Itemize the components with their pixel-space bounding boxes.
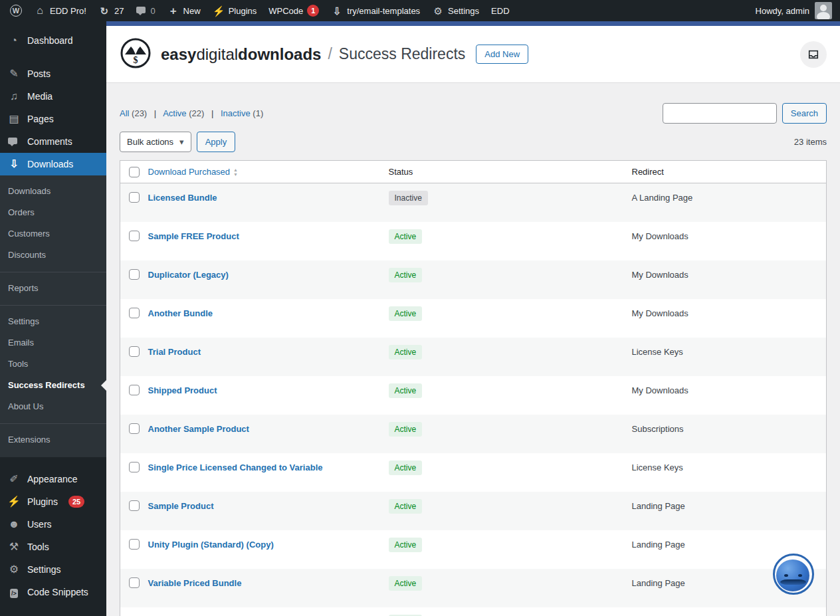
apply-button[interactable]: Apply bbox=[197, 132, 236, 152]
download-title-link[interactable]: Sample Product bbox=[148, 501, 214, 511]
download-title-link[interactable]: Another Sample Product bbox=[148, 424, 249, 434]
sidebar-item[interactable]: Downloads bbox=[0, 153, 106, 175]
sidebar-item[interactable]: Settings bbox=[0, 558, 106, 581]
chat-mascot-icon[interactable] bbox=[773, 554, 814, 595]
update-count-badge: 25 bbox=[68, 496, 84, 508]
download-title-link[interactable]: Variable Priced Bundle bbox=[148, 578, 242, 588]
admin-bar-item-label: EDD bbox=[491, 6, 509, 16]
sidebar: Dashboard Posts Media Pages Comments Dow… bbox=[0, 21, 106, 616]
table-row: Shipped Product Active My Downloads bbox=[120, 376, 827, 415]
sort-download-purchased-link[interactable]: Download Purchased bbox=[148, 167, 231, 177]
table-row: Recurring Licensed Active Landing Page bbox=[120, 607, 827, 616]
download-title-link[interactable]: Licensed Bundle bbox=[148, 193, 217, 203]
sidebar-item[interactable]: Comments bbox=[0, 130, 106, 153]
sidebar-item[interactable]: Users bbox=[0, 513, 106, 536]
sidebar-item[interactable]: Code Snippets bbox=[0, 581, 106, 603]
status-badge: Active bbox=[389, 345, 423, 359]
table-row: Trial Product Active License Keys bbox=[120, 338, 827, 376]
download-title-link[interactable]: Sample FREE Product bbox=[148, 231, 239, 241]
sidebar-item-icon bbox=[7, 587, 21, 597]
admin-bar-account[interactable]: Howdy, admin bbox=[748, 2, 840, 19]
admin-bar-item-label: 27 bbox=[114, 6, 124, 16]
column-status: Status bbox=[389, 161, 632, 183]
admin-bar-item[interactable] bbox=[4, 0, 28, 21]
sidebar-item-label: Downloads bbox=[27, 158, 73, 170]
add-new-button[interactable]: Add New bbox=[476, 45, 528, 64]
download-title-link[interactable]: Trial Product bbox=[148, 347, 201, 357]
svg-text:$: $ bbox=[134, 55, 138, 65]
sidebar-item-icon bbox=[7, 474, 21, 484]
submenu-item[interactable]: Extensions bbox=[0, 423, 106, 451]
sidebar-item-label: Users bbox=[27, 518, 52, 530]
submenu-item-label: Emails bbox=[8, 338, 34, 348]
mascot-eye bbox=[784, 574, 788, 577]
admin-bar-item[interactable]: Settings bbox=[426, 0, 485, 21]
row-checkbox[interactable] bbox=[129, 539, 140, 550]
select-all-checkbox[interactable] bbox=[129, 167, 140, 177]
admin-bar-item[interactable]: 0 bbox=[130, 0, 161, 21]
inbox-button[interactable] bbox=[800, 41, 827, 68]
sidebar-item-icon bbox=[7, 91, 21, 102]
submenu-item[interactable]: Reports bbox=[0, 272, 106, 299]
admin-bar-item[interactable]: 27 bbox=[92, 0, 130, 21]
admin-bar-item[interactable]: Plugins bbox=[207, 0, 263, 21]
admin-bar-icon bbox=[331, 6, 343, 16]
submenu-item[interactable]: Discounts bbox=[0, 245, 106, 266]
row-checkbox[interactable] bbox=[129, 269, 140, 280]
submenu-item-label: Discounts bbox=[8, 250, 46, 260]
admin-bar-icon bbox=[10, 5, 22, 17]
sidebar-item[interactable]: Appearance bbox=[0, 468, 106, 490]
admin-bar-item[interactable]: WPCode 1 bbox=[262, 0, 325, 21]
submenu-item-label: Downloads bbox=[8, 186, 51, 196]
mascot-mouth bbox=[780, 579, 806, 585]
sidebar-item[interactable]: Tools bbox=[0, 536, 106, 558]
filter-link[interactable]: Inactive bbox=[221, 108, 251, 118]
row-checkbox[interactable] bbox=[129, 231, 140, 241]
redirect-value: My Downloads bbox=[632, 385, 688, 395]
bulk-actions-label: Bulk actions bbox=[127, 137, 173, 147]
sidebar-item-label: Code Snippets bbox=[27, 586, 88, 598]
submenu-item[interactable]: About Us bbox=[0, 396, 106, 417]
submenu-item[interactable]: Orders bbox=[0, 202, 106, 223]
download-title-link[interactable]: Duplicator (Legacy) bbox=[148, 270, 229, 280]
row-checkbox[interactable] bbox=[129, 346, 140, 357]
filter-link[interactable]: All bbox=[120, 108, 129, 118]
sidebar-item[interactable]: Media bbox=[0, 85, 106, 108]
admin-bar-item[interactable]: EDD Pro! bbox=[28, 0, 92, 21]
sidebar-item[interactable]: Pages bbox=[0, 108, 106, 130]
row-checkbox[interactable] bbox=[129, 423, 140, 434]
admin-bar-item[interactable]: New bbox=[161, 0, 207, 21]
submenu-item[interactable]: Tools bbox=[0, 354, 106, 375]
sidebar-item[interactable]: Posts bbox=[0, 62, 106, 85]
table-row: Duplicator (Legacy) Active My Downloads bbox=[120, 260, 827, 299]
status-badge: Active bbox=[389, 383, 423, 398]
search-input[interactable] bbox=[663, 103, 777, 124]
search-button[interactable]: Search bbox=[782, 103, 827, 124]
download-title-link[interactable]: Another Bundle bbox=[148, 308, 213, 318]
row-checkbox[interactable] bbox=[129, 308, 140, 318]
redirects-table: Download Purchased▲▼ Status Redirect Lic… bbox=[120, 160, 827, 616]
row-checkbox[interactable] bbox=[129, 192, 140, 203]
row-checkbox[interactable] bbox=[129, 385, 140, 395]
download-title-link[interactable]: Shipped Product bbox=[148, 385, 217, 395]
bulk-actions-select[interactable]: Bulk actions bbox=[120, 132, 191, 152]
admin-bar-item[interactable]: EDD bbox=[485, 0, 515, 21]
submenu-item[interactable]: Emails bbox=[0, 332, 106, 354]
table-row: Unity Plugin (Standard) (Copy) Active La… bbox=[120, 530, 827, 569]
row-checkbox[interactable] bbox=[129, 462, 140, 472]
filter-link[interactable]: Active bbox=[163, 108, 186, 118]
download-title-link[interactable]: Unity Plugin (Standard) (Copy) bbox=[148, 540, 274, 550]
download-title-link[interactable]: Single Price Licensed Changed to Variabl… bbox=[148, 462, 323, 472]
redirect-value: Landing Page bbox=[632, 578, 685, 588]
submenu-item[interactable]: Success Redirects bbox=[0, 375, 106, 396]
sidebar-item[interactable]: Plugins 25 bbox=[0, 490, 106, 513]
filter-item: Active (22) | bbox=[163, 108, 221, 118]
sidebar-item[interactable]: Dashboard bbox=[0, 29, 106, 52]
submenu-item[interactable]: Settings bbox=[0, 305, 106, 332]
admin-bar-item[interactable]: try/email-templates bbox=[325, 0, 426, 21]
row-checkbox[interactable] bbox=[129, 500, 140, 511]
redirect-value: License Keys bbox=[632, 347, 683, 357]
submenu-item[interactable]: Customers bbox=[0, 223, 106, 245]
submenu-item[interactable]: Downloads bbox=[0, 181, 106, 202]
row-checkbox[interactable] bbox=[129, 577, 140, 588]
